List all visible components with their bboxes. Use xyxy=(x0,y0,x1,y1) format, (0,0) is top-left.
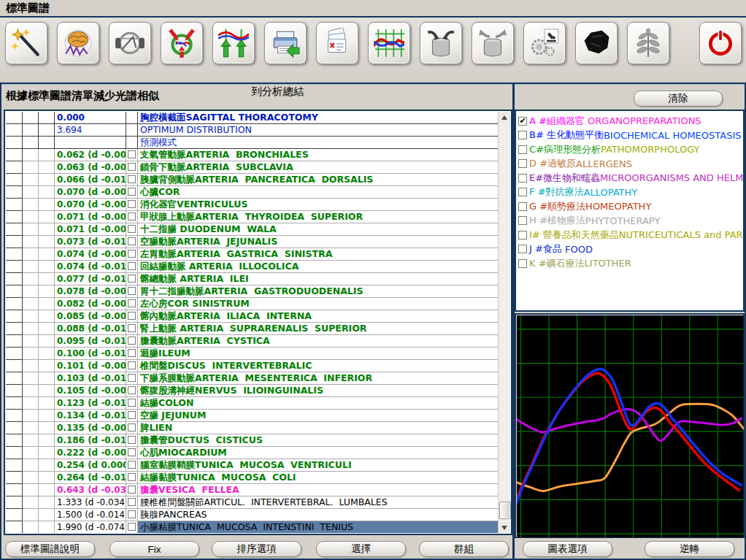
category-item[interactable]: J #食品 FOOD xyxy=(518,242,743,257)
etalon-name[interactable]: 膽囊VESICA FELLEA xyxy=(138,484,499,496)
container-unload-button[interactable] xyxy=(472,22,514,64)
footer-button-left-2[interactable]: 排序選項 xyxy=(212,541,301,557)
checked-checkbox[interactable]: ✔ xyxy=(518,117,527,126)
row-checkbox[interactable] xyxy=(128,237,136,245)
etalon-name[interactable]: 回結腸動脈 ARTERIA ILLOCOLICA xyxy=(138,261,499,273)
row-checkbox[interactable] xyxy=(128,212,136,220)
unchecked-checkbox[interactable] xyxy=(518,259,527,268)
row-checkbox[interactable] xyxy=(128,411,136,419)
row-checkbox[interactable] xyxy=(128,448,136,456)
category-item[interactable]: B# 生化動態平衡BIOCHEMICAL HOMEOSTASIS xyxy=(518,129,743,143)
etalon-name[interactable]: 髂總動脈 ARTERIA ILEI xyxy=(138,273,499,285)
etalon-name[interactable]: 髂腹股溝神經NERVUS ILIOINGUINALIS xyxy=(138,385,499,397)
headset-button[interactable] xyxy=(109,22,151,64)
row-checkbox[interactable] xyxy=(128,175,136,183)
table-row[interactable]: 0.074 (d -0.009)左胃動脈ARTERIA GASTRICA SIN… xyxy=(6,248,499,261)
etalon-name[interactable]: OPTIMUM DISTRIBUTION xyxy=(138,124,499,137)
etalon-name[interactable]: 髂內動脈ARTERIA ILIACA INTERNA xyxy=(138,310,499,323)
table-row[interactable]: 3.694OPTIMUM DISTRIBUTION xyxy=(6,124,499,137)
row-checkbox[interactable] xyxy=(128,423,136,431)
table-row[interactable]: 預測模式 xyxy=(6,137,499,149)
table-row[interactable]: 0.078 (d -0.009)胃十二指腸動脈ARTERIA GASTRODUO… xyxy=(6,285,499,298)
etalon-name[interactable]: 脾LIEN xyxy=(138,422,499,434)
category-item[interactable]: G #順勢療法HOMEOPATHY xyxy=(518,199,743,214)
table-row[interactable]: 0.100 (d -0.014)迴腸ILEUM xyxy=(6,348,499,360)
table-row[interactable]: 0.085 (d -0.009)髂內動脈ARTERIA ILIACA INTER… xyxy=(6,310,499,323)
row-checkbox[interactable] xyxy=(128,510,136,518)
etalon-name[interactable]: 椎間盤DISCUS INTERVERTEBRALIC xyxy=(138,360,499,372)
row-checkbox[interactable] xyxy=(128,523,136,531)
etalon-name[interactable]: 迴腸ILEUM xyxy=(138,348,499,360)
row-checkbox[interactable] xyxy=(128,374,136,382)
plant-button[interactable] xyxy=(627,22,669,64)
unchecked-checkbox[interactable] xyxy=(518,145,527,154)
target-arrows-button[interactable] xyxy=(161,22,203,64)
row-checkbox[interactable] xyxy=(128,188,136,196)
unchecked-checkbox[interactable] xyxy=(518,131,527,139)
category-item[interactable]: K #礦石療法LITOTHER xyxy=(518,256,743,271)
table-row[interactable]: 0.070 (d -0.003)心臟COR xyxy=(6,186,499,199)
table-row[interactable]: 0.103 (d -0.015)下腸系膜動脈ARTERIA MESENTERIC… xyxy=(6,372,499,385)
table-row[interactable]: 0.134 (d -0.014)空腸 JEJUNUM xyxy=(6,410,499,422)
etalon-name[interactable]: 結腸黏膜TUNICA MUCOSA COLI xyxy=(138,472,499,484)
category-item[interactable]: H #植物療法PHYTOTHERAPY xyxy=(518,214,743,229)
row-checkbox[interactable] xyxy=(128,386,136,394)
row-checkbox[interactable] xyxy=(128,287,136,295)
etalon-name[interactable]: 支氣管動脈ARTERIA BRONCHIALES xyxy=(138,149,499,161)
table-row[interactable]: 0.105 (d -0.002)髂腹股溝神經NERVUS ILIOINGUINA… xyxy=(6,385,499,397)
unchecked-checkbox[interactable] xyxy=(518,231,527,239)
table-row[interactable]: 0.643 (d -0.031)膽囊VESICA FELLEA xyxy=(6,484,499,496)
row-checkbox[interactable] xyxy=(128,361,136,369)
table-row[interactable]: 0.066 (d -0.010)胰臟背側動脈ARTERIA PANCREATIC… xyxy=(6,174,499,186)
table-row[interactable]: 0.264 (d -0.016)結腸黏膜TUNICA MUCOSA COLI xyxy=(6,472,499,484)
unchecked-checkbox[interactable] xyxy=(518,174,527,183)
etalon-name[interactable]: 空腸動脈ARTERIA JEJUNALIS xyxy=(138,236,499,248)
etalon-name[interactable]: 腦室黏膜鞘膜TUNICA MUCOSA VENTRICULI xyxy=(138,459,499,472)
footer-button-right-1[interactable]: 逆轉 xyxy=(645,541,734,557)
row-checkbox[interactable] xyxy=(128,436,136,444)
etalon-name[interactable]: 腎上動脈 ARTERIA SUPRARENALIS SUPERIOR xyxy=(138,323,499,335)
etalon-name[interactable]: 空腸 JEJUNUM xyxy=(138,410,499,422)
etalon-name[interactable]: 結腸COLON xyxy=(138,397,499,410)
etalon-name[interactable]: 膽囊管DUCTUS CISTICUS xyxy=(138,434,499,447)
table-row[interactable]: 0.073 (d -0.010)空腸動脈ARTERIA JEJUNALIS xyxy=(6,236,499,248)
scroll-down-icon[interactable] xyxy=(499,522,510,533)
unchecked-checkbox[interactable] xyxy=(518,216,527,225)
etalon-name[interactable]: 胃十二指腸動脈ARTERIA GASTRODUODENALIS xyxy=(138,285,499,298)
table-row[interactable]: 0.071 (d -0.004)十二指腸 DUODENUM WALA xyxy=(6,223,499,236)
power-button[interactable] xyxy=(699,22,742,64)
table-row[interactable]: 0.186 (d -0.010)膽囊管DUCTUS CISTICUS xyxy=(6,434,499,447)
row-checkbox[interactable] xyxy=(128,262,136,270)
table-row[interactable]: 0.095 (d -0.014)膽囊動脈ARTERIA CYSTICA xyxy=(6,335,499,348)
arrows-up-chart-button[interactable] xyxy=(212,22,255,64)
etalon-name[interactable]: 鎖骨下動脈ARTERIA SUBCLAVIA xyxy=(138,161,499,174)
row-checkbox[interactable] xyxy=(128,473,136,481)
unchecked-checkbox[interactable] xyxy=(518,188,527,196)
row-checkbox[interactable] xyxy=(128,486,136,494)
row-checkbox[interactable] xyxy=(128,150,136,158)
etalon-name[interactable]: 預測模式 xyxy=(138,137,499,149)
clear-button[interactable]: 清除 xyxy=(634,91,723,107)
row-checkbox[interactable] xyxy=(128,399,136,407)
graph-button[interactable] xyxy=(368,22,410,64)
footer-button-left-1[interactable]: Fix xyxy=(109,541,199,557)
scroll-up-icon[interactable] xyxy=(499,112,510,123)
table-row[interactable]: 0.135 (d -0.005)脾LIEN xyxy=(6,422,499,434)
brain-button[interactable] xyxy=(57,22,99,64)
magic-wand-button[interactable] xyxy=(5,22,47,64)
row-checkbox[interactable] xyxy=(128,163,136,171)
row-checkbox[interactable] xyxy=(128,498,136,506)
table-row[interactable]: 0.088 (d -0.010)腎上動脈 ARTERIA SUPRARENALI… xyxy=(6,323,499,335)
table-row[interactable]: 0.074 (d -0.011)回結腸動脈 ARTERIA ILLOCOLICA xyxy=(6,261,499,273)
row-checkbox[interactable] xyxy=(128,349,136,357)
category-item[interactable]: I# 營養品和天然藥品NUTRICEUTICALS and PAR xyxy=(518,228,743,242)
etalon-name[interactable]: 十二指腸 DUODENUM WALA xyxy=(138,223,499,236)
etalon-name[interactable]: 左心房COR SINISTRUM xyxy=(138,298,499,310)
row-checkbox[interactable] xyxy=(128,275,136,283)
container-load-button[interactable] xyxy=(420,22,462,64)
etalon-name[interactable]: 腰椎椎間盤關節ARTICUL. INTERVERTEBRAL. LUMBALES xyxy=(138,496,499,509)
row-checkbox[interactable] xyxy=(128,225,136,233)
footer-button-left-0[interactable]: 標準圖譜說明 xyxy=(5,541,95,557)
footer-button-left-3[interactable]: 選擇 xyxy=(316,541,406,557)
table-row[interactable]: 0.077 (d -0.011)髂總動脈 ARTERIA ILEI xyxy=(6,273,499,285)
